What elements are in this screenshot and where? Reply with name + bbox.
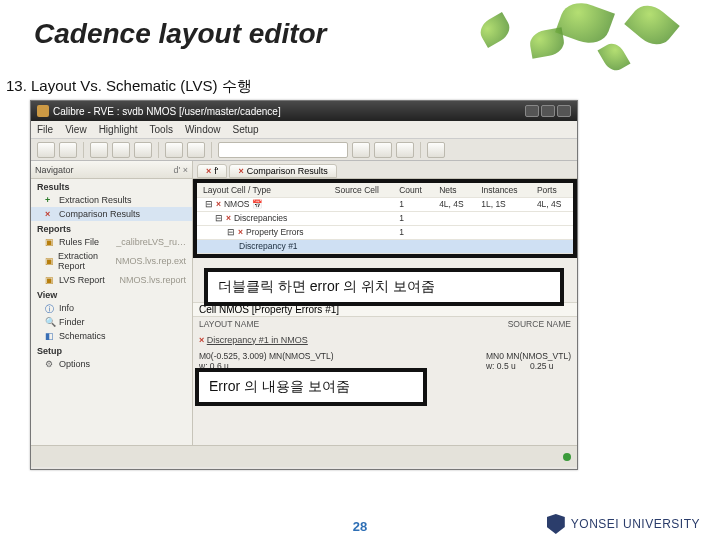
toolbar-button[interactable]: [59, 142, 77, 158]
toolbar: [31, 139, 577, 161]
status-bar: [31, 445, 577, 467]
nav-schematics[interactable]: ◧ Schematics: [31, 329, 192, 343]
menu-setup[interactable]: Setup: [232, 124, 258, 135]
section-reports: Reports: [31, 221, 192, 235]
nav-rules-file[interactable]: ▣ Rules File _calibreLVS_ru…: [31, 235, 192, 249]
maximize-button[interactable]: [541, 105, 555, 117]
toolbar-button[interactable]: [187, 142, 205, 158]
nav-comparison-results[interactable]: × Comparison Results: [31, 207, 192, 221]
section-view: View: [31, 287, 192, 301]
page-number: 28: [353, 519, 367, 534]
nav-item-note: _calibreLVS_ru…: [116, 237, 186, 247]
x-icon: ×: [238, 227, 243, 237]
menu-tools[interactable]: Tools: [150, 124, 173, 135]
col-count[interactable]: Count: [393, 183, 433, 197]
col-ports[interactable]: Ports: [531, 183, 573, 197]
tab-1[interactable]: × f': [197, 164, 227, 178]
col-instances[interactable]: Instances: [475, 183, 531, 197]
nav-options[interactable]: ⚙ Options: [31, 357, 192, 371]
toolbar-button[interactable]: [90, 142, 108, 158]
menubar: File View Highlight Tools Window Setup: [31, 121, 577, 139]
table-row[interactable]: ⊟×Property Errors 1: [197, 225, 573, 239]
results-table: Layout Cell / Type Source Cell Count Net…: [197, 183, 573, 254]
nav-item-label: Info: [59, 303, 74, 313]
nav-item-label: Comparison Results: [59, 209, 140, 219]
close-button[interactable]: [557, 105, 571, 117]
decorative-leaves: [440, 0, 720, 90]
file-icon: ▣: [45, 256, 54, 266]
source-w: w: 0.5 u: [486, 361, 516, 371]
toolbar-button[interactable]: [374, 142, 392, 158]
search-icon: 🔍: [45, 317, 55, 327]
table-row[interactable]: ⊟×Discrepancies 1: [197, 211, 573, 225]
toolbar-button[interactable]: [396, 142, 414, 158]
layout-line-1: M0(-0.525, 3.009) MN(NMOS_VTL): [199, 351, 334, 361]
tab-bar: × f' × Comparison Results: [193, 161, 577, 179]
toolbar-separator: [211, 142, 212, 158]
toolbar-button[interactable]: [165, 142, 183, 158]
table-row-selected[interactable]: Discrepancy #1: [197, 239, 573, 253]
status-indicator-icon: [563, 453, 571, 461]
nav-item-label: Options: [59, 359, 90, 369]
section-heading: 13. Layout Vs. Schematic (LVS) 수행: [6, 77, 252, 96]
toolbar-separator: [83, 142, 84, 158]
nav-item-note: NMOS.lvs.report: [119, 275, 186, 285]
nav-finder[interactable]: 🔍 Finder: [31, 315, 192, 329]
nav-item-label: Schematics: [59, 331, 106, 341]
menu-file[interactable]: File: [37, 124, 53, 135]
annotation-doubleclick: 더블클릭 하면 error 의 위치 보여줌: [204, 268, 564, 306]
nav-extraction-results[interactable]: + Extraction Results: [31, 193, 192, 207]
file-icon: ▣: [45, 275, 55, 285]
section-setup: Setup: [31, 343, 192, 357]
nav-lvs-report[interactable]: ▣ LVS Report NMOS.lvs.report: [31, 273, 192, 287]
nav-item-label: Finder: [59, 317, 85, 327]
menu-highlight[interactable]: Highlight: [99, 124, 138, 135]
minimize-button[interactable]: [525, 105, 539, 117]
source-name-label: SOURCE NAME: [508, 319, 571, 329]
tab-label: Comparison Results: [247, 166, 328, 176]
tab-label: f': [214, 166, 218, 176]
col-source-cell[interactable]: Source Cell: [329, 183, 393, 197]
section-results: Results: [31, 179, 192, 193]
nav-item-note: NMOS.lvs.rep.ext: [115, 256, 186, 266]
window-title: Calibre - RVE : svdb NMOS [/user/master/…: [53, 106, 281, 117]
x-icon: ×: [199, 335, 204, 345]
nav-item-label: Extraction Results: [59, 195, 132, 205]
layout-name-label: LAYOUT NAME: [199, 319, 259, 329]
nav-extraction-report[interactable]: ▣ Extraction Report NMOS.lvs.rep.ext: [31, 249, 192, 273]
menu-view[interactable]: View: [65, 124, 87, 135]
toolbar-button[interactable]: [37, 142, 55, 158]
nav-info[interactable]: ⓘ Info: [31, 301, 192, 315]
titlebar: Calibre - RVE : svdb NMOS [/user/master/…: [31, 101, 577, 121]
col-nets[interactable]: Nets: [433, 183, 475, 197]
schematic-icon: ◧: [45, 331, 55, 341]
navigator-collapse-icon[interactable]: d' ×: [174, 165, 188, 175]
name-headers: LAYOUT NAME SOURCE NAME: [193, 317, 577, 331]
x-icon: ×: [226, 213, 231, 223]
tab-comparison-results[interactable]: × Comparison Results: [229, 164, 336, 178]
nav-item-label: LVS Report: [59, 275, 105, 285]
slide-title: Cadence layout editor: [34, 18, 327, 50]
x-icon: ×: [206, 166, 211, 176]
col-layout-cell[interactable]: Layout Cell / Type: [197, 183, 329, 197]
discrepancy-line: × Discrepancy #1 in NMOS: [193, 331, 577, 349]
menu-window[interactable]: Window: [185, 124, 221, 135]
university-logo: YONSEI UNIVERSITY: [547, 514, 700, 534]
toolbar-button[interactable]: [134, 142, 152, 158]
nav-item-label: Rules File: [59, 237, 99, 247]
source-extra: 0.25 u: [530, 361, 554, 371]
toolbar-separator: [420, 142, 421, 158]
x-icon: ×: [238, 166, 243, 176]
gear-icon: ⚙: [45, 359, 55, 369]
plus-icon: +: [45, 195, 55, 205]
annotation-error-content: Error 의 내용을 보여줌: [195, 368, 427, 406]
toolbar-button[interactable]: [352, 142, 370, 158]
navigator-panel: Navigator d' × Results + Extraction Resu…: [31, 161, 193, 445]
toolbar-button[interactable]: [112, 142, 130, 158]
table-row[interactable]: ⊟×NMOS📅 1 4L, 4S 1L, 1S 4L, 4S: [197, 197, 573, 211]
source-line-1: MN0 MN(NMOS_VTL): [486, 351, 571, 361]
file-icon: ▣: [45, 237, 55, 247]
toolbar-search-field[interactable]: [218, 142, 348, 158]
toolbar-button[interactable]: [427, 142, 445, 158]
nav-item-label: Extraction Report: [58, 251, 111, 271]
